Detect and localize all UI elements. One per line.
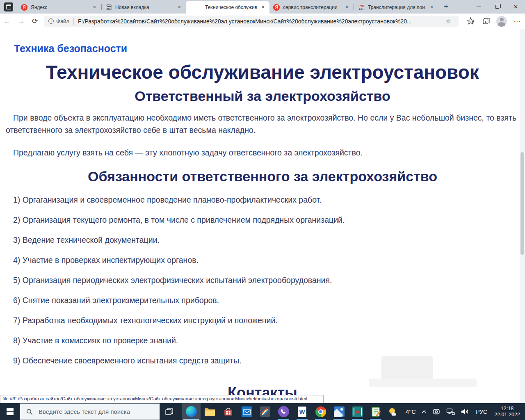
tray-network[interactable]: [443, 403, 458, 420]
url-text[interactable]: F:/Разработка%20сайтов/Сайт%20обслуживан…: [78, 18, 445, 25]
tab-yandex[interactable]: Я Яндекс ✕: [17, 1, 101, 14]
network-icon: [446, 408, 455, 415]
screen-recorder-icon: [352, 406, 363, 417]
tab-separator: [354, 4, 354, 10]
ruslat-favicon: РУС LAT: [358, 4, 365, 11]
new-tab-favicon: [106, 5, 112, 10]
taskbar-search[interactable]: [20, 403, 160, 420]
duties-heading: Обязанности ответственного за электрохоз…: [6, 169, 519, 185]
back-icon[interactable]: ←: [0, 17, 14, 25]
new-tab-button[interactable]: +: [444, 2, 448, 11]
tab-new-tab[interactable]: Новая вкладка ✕: [102, 1, 186, 14]
tab-close-icon[interactable]: ✕: [260, 5, 266, 10]
close-window-button[interactable]: ✕: [507, 0, 525, 14]
language-indicator[interactable]: РУС: [472, 403, 491, 420]
refresh-icon[interactable]: ⟳: [28, 17, 42, 25]
chrome-icon: [315, 406, 326, 417]
taskbar-store[interactable]: [219, 403, 237, 420]
task-view-button[interactable]: [160, 403, 179, 420]
weather-widget[interactable]: [385, 403, 401, 420]
site-info-icon[interactable]: i: [48, 18, 54, 24]
tab-close-icon[interactable]: ✕: [429, 5, 434, 10]
system-tray: -4°C РУС: [385, 403, 525, 420]
temperature-text[interactable]: -4°C: [401, 403, 419, 420]
web-page: Техника безопасности Техническое обслужи…: [0, 29, 525, 395]
windows-taskbar: W -4°C: [0, 403, 525, 420]
store-icon: [223, 406, 233, 417]
intro-paragraph: При вводе объекта в эксплуатацию необход…: [6, 112, 519, 136]
tab-tekhnicheskoe-active[interactable]: Техническое обслуживан ✕: [186, 1, 269, 14]
tab-transliteration[interactable]: РУС LAT Транслитерация для пои ✕: [354, 1, 438, 14]
paint-app-icon: [260, 406, 270, 417]
favorites-icon[interactable]: [463, 17, 478, 25]
camera-icon: [432, 408, 441, 415]
browser-app-icon: [4, 2, 13, 11]
page-scrollbar[interactable]: [520, 29, 525, 403]
edge-icon: [186, 406, 197, 417]
tab-title: Новая вкладка: [115, 5, 173, 10]
duty-item: 8) Участие в комиссиях по проверке знани…: [13, 336, 519, 345]
link-status-bar: file:///F:/Разработка сайтов/Сайт обслуж…: [0, 395, 324, 403]
restore-button[interactable]: [488, 0, 507, 14]
duty-item: 4) Участие в проверках инспектирующих ор…: [13, 256, 519, 265]
tab-title: Транслитерация для пои: [368, 5, 426, 10]
tab-title: Техническое обслуживан: [205, 5, 257, 10]
clock[interactable]: 12:18 22.01.2022: [491, 403, 523, 420]
page-title: Техническое обслуживание электроустаново…: [6, 61, 519, 83]
taskbar-word[interactable]: W: [293, 403, 311, 420]
add-favorite-icon[interactable]: ☆+: [445, 18, 454, 25]
action-center-button[interactable]: [523, 403, 525, 420]
tray-volume[interactable]: [458, 403, 472, 420]
tab-close-icon[interactable]: ✕: [344, 5, 349, 10]
profile-avatar[interactable]: [494, 16, 509, 27]
settings-more-icon[interactable]: ⋯: [509, 17, 525, 25]
tab-close-icon[interactable]: ✕: [177, 5, 182, 10]
offer-paragraph: Предлагаю услугу взять на себя — эту хло…: [6, 146, 519, 159]
address-bar[interactable]: i Файл F:/Разработка%20сайтов/Сайт%20обс…: [44, 16, 459, 27]
faded-image-placeholder: [369, 379, 477, 387]
yandex-favicon: Я: [21, 4, 27, 11]
taskbar-paint-app[interactable]: [256, 403, 274, 420]
search-input[interactable]: [38, 408, 153, 415]
page-subtitle: Ответственный за электрохозяйство: [6, 88, 519, 104]
security-label: Файл: [56, 18, 69, 24]
taskbar-viber[interactable]: [274, 403, 293, 420]
taskbar-text-editor[interactable]: [367, 403, 385, 420]
duty-item: 7) Разработка необходимых технологически…: [13, 316, 519, 325]
viber-icon: [278, 406, 289, 417]
hidden-icons-chevron[interactable]: [419, 403, 429, 420]
tab-transliteration-service[interactable]: Я сервис транслитерации ✕: [269, 1, 353, 14]
duty-item: 6) Снятие показаний электроизмерительных…: [13, 296, 519, 305]
duty-item: 5) Организация периодических электрофизи…: [13, 276, 519, 285]
forward-icon[interactable]: →: [14, 17, 28, 25]
task-view-icon: [165, 408, 173, 416]
taskbar-file-explorer[interactable]: [201, 403, 219, 420]
tab-close-icon[interactable]: ✕: [92, 5, 97, 10]
minimize-button[interactable]: [470, 0, 488, 14]
search-icon: [26, 409, 33, 415]
browser-toolbar: ← → ⟳ i Файл F:/Разработка%20сайтов/Сайт…: [0, 14, 525, 29]
scrollbar-thumb[interactable]: [520, 152, 524, 255]
browser-tab-strip: Я Яндекс ✕ Новая вкладка ✕ Техническое о…: [0, 0, 525, 14]
weather-icon: [388, 407, 398, 416]
collections-icon[interactable]: [478, 17, 494, 25]
text-editor-icon: [371, 406, 381, 417]
windows-logo-icon: [7, 408, 14, 415]
taskbar-photos[interactable]: [330, 403, 348, 420]
duty-item: 2) Организация текущего ремонта, в том ч…: [13, 215, 519, 225]
photos-icon: [334, 406, 345, 417]
taskbar-edge[interactable]: [182, 403, 201, 420]
tray-camera[interactable]: [429, 403, 443, 420]
tab-title: сервис транслитерации: [283, 5, 341, 10]
taskbar-screen-recorder[interactable]: [348, 403, 367, 420]
mail-icon: [242, 406, 252, 417]
safety-link[interactable]: Техника безопасности: [14, 43, 127, 55]
date-text: 22.01.2022: [494, 412, 520, 418]
taskbar-chrome[interactable]: [311, 403, 330, 420]
volume-icon: [461, 408, 469, 415]
file-explorer-icon: [204, 407, 215, 416]
taskbar-mail[interactable]: [237, 403, 256, 420]
tab-title: Яндекс: [31, 5, 89, 10]
start-button[interactable]: [0, 403, 20, 420]
time-text: 12:18: [494, 406, 520, 412]
